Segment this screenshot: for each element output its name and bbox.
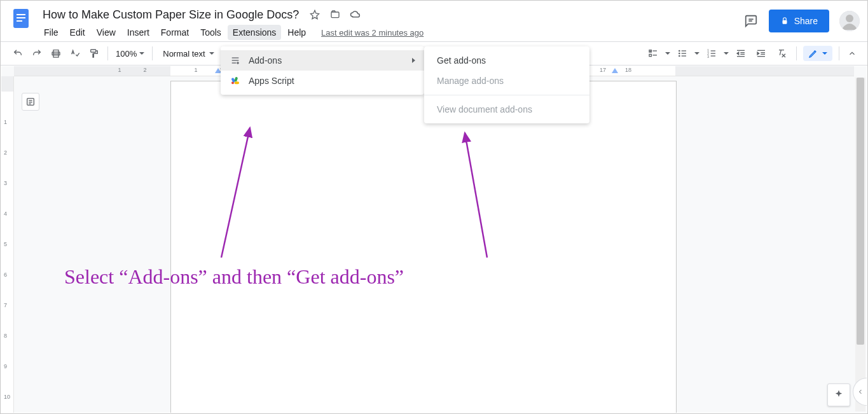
title-area: How to Make Custom Paper Size in Google … [39, 6, 743, 41]
apps-script-icon [230, 75, 241, 86]
title-row: How to Make Custom Paper Size in Google … [39, 6, 743, 24]
separator [107, 46, 108, 60]
docs-logo-icon[interactable] [8, 6, 34, 31]
ruler-number: 7 [4, 302, 7, 308]
paint-format-button[interactable] [86, 45, 102, 62]
addons-submenu: Get add-ons Manage add-ons View document… [424, 46, 589, 123]
title-icons [309, 9, 361, 20]
toolbar-right: 123 [645, 45, 858, 62]
svg-rect-7 [782, 20, 787, 24]
ruler-number: 1 [194, 67, 197, 73]
ruler-number: 9 [4, 363, 7, 369]
ruler-number: 5 [4, 241, 7, 247]
zoom-selector[interactable]: 100% [113, 49, 147, 59]
vertical-ruler[interactable]: 1234567891011 [1, 76, 14, 413]
ruler-number: 1 [118, 67, 121, 73]
share-label: Share [794, 16, 818, 26]
menu-file[interactable]: File [39, 25, 64, 40]
svg-rect-2 [17, 17, 25, 18]
clear-formatting-button[interactable] [773, 45, 790, 62]
svg-rect-12 [91, 50, 96, 52]
ruler-number: 17 [600, 67, 606, 73]
menu-help[interactable]: Help [282, 25, 311, 40]
separator [839, 46, 839, 60]
svg-rect-18 [682, 50, 686, 51]
ruler-number: 2 [143, 67, 146, 73]
menu-divider [424, 95, 589, 95]
editing-mode-button[interactable] [803, 46, 832, 61]
chevron-down-icon [822, 52, 827, 55]
menu-item-addons[interactable]: Add-ons [221, 50, 424, 71]
doc-title[interactable]: How to Make Custom Paper Size in Google … [39, 7, 303, 23]
annotation-text: Select “Add-ons” and then “Get add-ons” [64, 265, 404, 289]
menu-item-label: Add-ons [249, 55, 404, 66]
ruler-number: 2 [4, 149, 7, 156]
explore-button[interactable] [827, 383, 850, 406]
menu-item-label: View document add-ons [437, 104, 581, 114]
menu-item-label: Apps Script [249, 76, 415, 86]
vertical-scrollbar[interactable] [855, 78, 865, 411]
share-button[interactable]: Share [769, 10, 829, 32]
increase-indent-button[interactable] [753, 45, 769, 62]
bulleted-list-button[interactable] [674, 45, 691, 62]
document-page[interactable] [170, 81, 677, 413]
chevron-down-icon[interactable] [694, 52, 699, 55]
menu-format[interactable]: Format [156, 25, 194, 40]
document-outline-button[interactable] [22, 93, 39, 111]
print-button[interactable] [48, 45, 64, 62]
svg-point-21 [679, 55, 680, 57]
paragraph-style-selector[interactable]: Normal text [158, 49, 219, 59]
chevron-down-icon [139, 52, 144, 55]
svg-rect-49 [235, 81, 239, 84]
svg-rect-1 [17, 14, 25, 15]
scrollbar-thumb[interactable] [857, 78, 864, 345]
redo-button[interactable] [29, 45, 45, 62]
undo-button[interactable] [10, 45, 26, 62]
menu-tools[interactable]: Tools [195, 25, 226, 40]
addons-icon [230, 55, 241, 66]
submenu-get-addons[interactable]: Get add-ons [424, 50, 589, 71]
svg-point-19 [679, 53, 680, 55]
move-icon[interactable] [329, 9, 341, 20]
menu-view[interactable]: View [92, 25, 121, 40]
menu-item-label: Manage add-ons [437, 76, 581, 86]
svg-rect-15 [649, 54, 651, 56]
spellcheck-button[interactable] [67, 45, 83, 62]
menu-insert[interactable]: Insert [122, 25, 155, 40]
svg-text:3: 3 [707, 55, 709, 59]
extensions-dropdown: Add-ons Apps Script [221, 46, 424, 95]
svg-rect-22 [682, 55, 686, 56]
star-icon[interactable] [309, 9, 320, 20]
checklist-button[interactable] [645, 45, 661, 62]
menu-extensions[interactable]: Extensions [228, 25, 281, 40]
header: How to Make Custom Paper Size in Google … [1, 1, 867, 41]
hide-menus-button[interactable] [846, 47, 858, 60]
header-right: Share [743, 6, 860, 32]
comments-icon[interactable] [743, 13, 759, 29]
submenu-arrow-icon [412, 58, 415, 63]
svg-rect-4 [331, 12, 339, 18]
chevron-down-icon [209, 52, 214, 55]
ruler-number: 6 [4, 272, 7, 278]
cloud-status-icon[interactable] [350, 9, 361, 20]
menu-edit[interactable]: Edit [65, 25, 90, 40]
style-value: Normal text [163, 49, 205, 59]
separator [152, 46, 153, 60]
ruler-number: 18 [625, 67, 631, 73]
last-edit-link[interactable]: Last edit was 2 minutes ago [321, 28, 424, 38]
right-indent-marker[interactable] [612, 68, 618, 73]
ruler-number: 8 [4, 333, 7, 339]
menu-item-label: Get add-ons [437, 55, 581, 66]
decrease-indent-button[interactable] [733, 45, 749, 62]
submenu-view-doc-addons: View document add-ons [424, 99, 589, 120]
ruler-number: 1 [4, 119, 7, 125]
menu-item-apps-script[interactable]: Apps Script [221, 71, 424, 91]
svg-rect-20 [682, 53, 686, 53]
separator [796, 46, 797, 60]
svg-point-9 [846, 15, 853, 22]
submenu-manage-addons: Manage add-ons [424, 71, 589, 91]
numbered-list-button[interactable]: 123 [703, 45, 720, 62]
chevron-down-icon[interactable] [665, 52, 670, 55]
chevron-down-icon[interactable] [724, 52, 729, 55]
avatar[interactable] [839, 11, 860, 31]
